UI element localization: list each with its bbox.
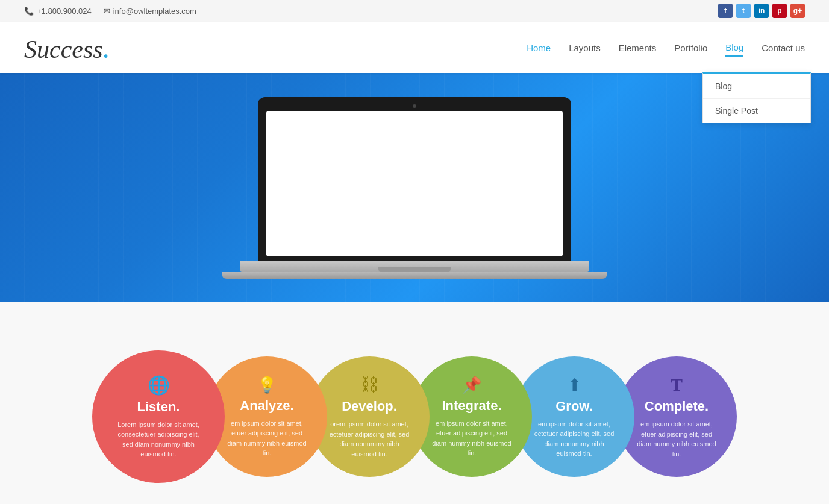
develop-title: Develop.: [342, 399, 397, 414]
logo-dot: .: [103, 32, 110, 64]
integrate-title: Integrate.: [442, 398, 501, 414]
dropdown-blog[interactable]: Blog: [703, 74, 810, 99]
globe-icon: 🌐: [148, 375, 170, 396]
pinterest-icon[interactable]: p: [772, 4, 787, 18]
logo[interactable]: Success.: [24, 31, 110, 64]
nav-portfolio[interactable]: Portfolio: [674, 40, 707, 56]
integrate-text: em ipsum dolor sit amet, etuer adipiscin…: [430, 418, 514, 458]
develop-text: orem ipsum dolor sit amet, ectetuer adip…: [327, 419, 411, 459]
email-info: ✉ info@owltemplates.com: [104, 7, 196, 16]
email-address: info@owltemplates.com: [113, 7, 196, 16]
laptop-graphic: [222, 97, 607, 279]
grow-text: em ipsum dolor sit amet, ectetuer adipis…: [532, 419, 616, 459]
laptop-camera: [413, 104, 416, 108]
phone-info: 📞 +1.800.900.024: [24, 7, 92, 16]
bulb-icon: 💡: [257, 376, 277, 394]
laptop-screen-outer: [258, 97, 571, 261]
link-icon: ⛓: [360, 375, 378, 395]
listen-title: Listen.: [137, 399, 180, 415]
circle-complete: T Complete. em ipsum dolor sit amet, etu…: [616, 356, 737, 477]
blog-dropdown: Blog Single Post: [702, 72, 811, 123]
circle-integrate: 📌 Integrate. em ipsum dolor sit amet, et…: [411, 356, 532, 477]
type-icon: T: [671, 375, 683, 395]
main-nav: Home Layouts Elements Portfolio Blog Con…: [527, 39, 805, 57]
grow-title: Grow.: [555, 399, 593, 414]
nav-home[interactable]: Home: [527, 40, 551, 56]
upload-icon: ⬆: [568, 375, 581, 395]
social-icons: f t in p g+: [718, 4, 805, 18]
nav-elements[interactable]: Elements: [619, 40, 657, 56]
facebook-icon[interactable]: f: [718, 4, 733, 18]
phone-icon: 📞: [24, 7, 34, 16]
listen-text: Lorem ipsum dolor sit amet, consectetuer…: [116, 420, 201, 459]
circle-develop: ⛓ Develop. orem ipsum dolor sit amet, ec…: [309, 356, 430, 477]
topbar-contact: 📞 +1.800.900.024 ✉ info@owltemplates.com: [24, 7, 196, 16]
thumbtack-icon: 📌: [462, 376, 481, 394]
complete-text: em ipsum dolor sit amet, etuer adipiscin…: [634, 419, 719, 459]
laptop-screen: [266, 111, 563, 256]
header: Success. Home Layouts Elements Portfolio…: [0, 22, 829, 73]
circles-section: 🌐 Listen. Lorem ipsum dolor sit amet, co…: [0, 302, 829, 504]
phone-number: +1.800.900.024: [37, 7, 92, 16]
complete-title: Complete.: [645, 399, 709, 414]
topbar: 📞 +1.800.900.024 ✉ info@owltemplates.com…: [0, 0, 829, 22]
email-icon: ✉: [104, 7, 110, 16]
googleplus-icon[interactable]: g+: [790, 4, 805, 18]
linkedin-icon[interactable]: in: [754, 4, 769, 18]
circles-row: 🌐 Listen. Lorem ipsum dolor sit amet, co…: [0, 326, 829, 504]
analyze-text: em ipsum dolor sit amet, etuer adipiscin…: [225, 418, 309, 458]
twitter-icon[interactable]: t: [736, 4, 751, 18]
laptop-foot: [222, 272, 607, 279]
dropdown-single-post[interactable]: Single Post: [703, 99, 810, 123]
circle-listen: 🌐 Listen. Lorem ipsum dolor sit amet, co…: [92, 350, 225, 483]
circle-grow: ⬆ Grow. em ipsum dolor sit amet, ectetue…: [514, 356, 634, 477]
nav-layouts[interactable]: Layouts: [569, 40, 601, 56]
circle-analyze: 💡 Analyze. em ipsum dolor sit amet, etue…: [207, 356, 327, 477]
laptop-base: [240, 261, 589, 272]
nav-contact[interactable]: Contact us: [762, 40, 805, 56]
analyze-title: Analyze.: [240, 398, 293, 414]
logo-text: Success: [24, 36, 103, 63]
nav-blog[interactable]: Blog: [725, 39, 743, 57]
